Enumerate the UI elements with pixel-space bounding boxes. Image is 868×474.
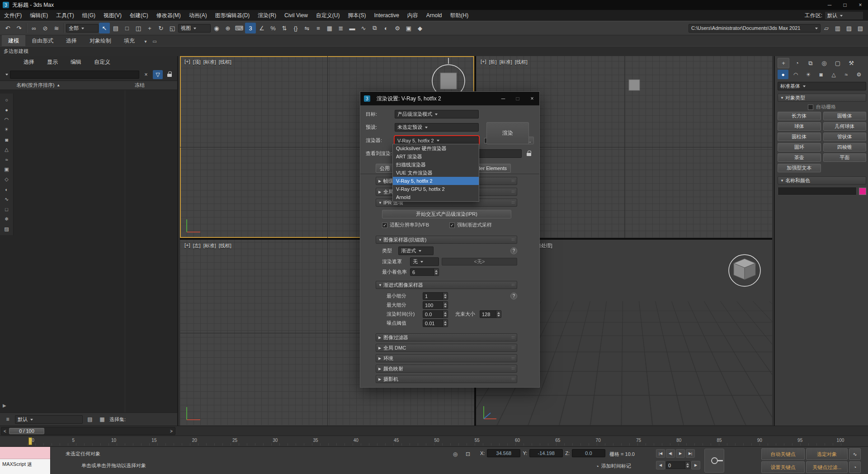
- workspace-dropdown[interactable]: 默认: [825, 11, 863, 20]
- noise-threshold-spinner[interactable]: 0.01: [423, 319, 448, 327]
- utilities-tab-icon[interactable]: ⚒: [845, 58, 857, 68]
- viewport-label-segment[interactable]: [+]: [184, 59, 190, 66]
- object-type-button[interactable]: 四棱锥: [823, 143, 867, 152]
- ribbon-tab[interactable]: 建模: [2, 35, 25, 46]
- object-type-button[interactable]: 圆锥体: [823, 112, 867, 120]
- frame-tick-label[interactable]: 60: [512, 438, 524, 443]
- angle-snap-icon[interactable]: ∠: [256, 23, 267, 33]
- rollout-grip-icon[interactable]: ∷: [512, 335, 514, 340]
- window-close-button[interactable]: ×: [853, 0, 868, 10]
- explorer-menu-item[interactable]: 选择: [24, 58, 34, 66]
- bind-to-space-warp-icon[interactable]: ≋: [51, 23, 62, 33]
- rollout-grip-icon[interactable]: ∷: [512, 200, 514, 205]
- default-tangent-icon[interactable]: ∿: [849, 448, 861, 460]
- frame-tick-label[interactable]: 5: [67, 438, 79, 443]
- select-and-link-icon[interactable]: ∞: [28, 23, 39, 33]
- lock-view-button[interactable]: [524, 149, 534, 158]
- time-configuration-icon[interactable]: ◔: [849, 461, 861, 473]
- image-sampler-rollout[interactable]: ▼ 图像采样器(抗锯齿) ∷: [376, 236, 517, 244]
- object-type-button[interactable]: 几何球体: [823, 122, 867, 131]
- render-setup-icon[interactable]: ⚙: [392, 23, 403, 33]
- rendered-frame-window-icon[interactable]: ▣: [403, 23, 414, 33]
- menu-item[interactable]: 编辑(E): [26, 10, 52, 21]
- ribbon-panel-label[interactable]: 多边形建模: [4, 48, 28, 55]
- rollout-grip-icon[interactable]: ∷: [512, 283, 514, 287]
- lights-subtab-icon[interactable]: ☀: [803, 70, 814, 79]
- progressive-sampler-rollout[interactable]: ▼ 渐进式图像采样器 ∷: [376, 281, 517, 289]
- fit-resolution-checkbox[interactable]: ✓: [382, 223, 387, 228]
- frame-tick-label[interactable]: 75: [632, 438, 644, 443]
- set-key-mode-button[interactable]: 设置关键点: [761, 461, 805, 473]
- viewport-label-segment[interactable]: [线框]: [219, 59, 231, 66]
- dialog-close-button[interactable]: ×: [525, 92, 539, 105]
- redo-icon[interactable]: ↷: [14, 23, 24, 33]
- explorer-menu-item[interactable]: 自定义: [94, 58, 110, 66]
- rollout-grip-icon[interactable]: ∷: [512, 377, 514, 381]
- menu-item[interactable]: 渲染(R): [254, 10, 280, 21]
- spinner-arrows-icon[interactable]: [443, 293, 448, 299]
- ribbon-tab[interactable]: 选择: [60, 36, 83, 46]
- select-and-manipulate-icon[interactable]: ⊕: [222, 23, 233, 33]
- frame-tick-label[interactable]: 20: [189, 438, 200, 443]
- min-shading-rate-spinner[interactable]: 6: [410, 268, 439, 276]
- render-mask-value-field[interactable]: <无>: [442, 258, 517, 265]
- menu-item[interactable]: 修改器(M): [152, 10, 185, 21]
- frame-tick-label[interactable]: 50: [431, 438, 443, 443]
- frame-tick-label[interactable]: 0: [27, 438, 39, 443]
- select-and-rotate-icon[interactable]: ↻: [156, 23, 166, 33]
- window-minimize-button[interactable]: ─: [822, 0, 837, 10]
- rollout-grip-icon[interactable]: ∷: [512, 190, 514, 194]
- viewport-label-segment[interactable]: [+]: [481, 59, 486, 66]
- scene-object-perspective[interactable]: [719, 245, 772, 296]
- auto-key-button[interactable]: 自动关键点: [761, 448, 805, 460]
- menu-item[interactable]: Arnold: [422, 10, 446, 21]
- frame-tick-label[interactable]: 100: [835, 438, 846, 443]
- display-tab-icon[interactable]: ▢: [832, 58, 844, 68]
- preset-dropdown[interactable]: 未选定预设: [395, 123, 479, 132]
- menu-item[interactable]: 内容: [403, 10, 422, 21]
- explorer-list-area[interactable]: ○●◠☀◙△≈▣◇◐∿□❄▨ ▶: [0, 90, 177, 412]
- viewport-label-segment[interactable]: [线框]: [515, 59, 528, 66]
- curve-editor-icon[interactable]: ∿: [358, 23, 369, 33]
- undo-icon[interactable]: ↶: [2, 23, 13, 33]
- select-and-move-icon[interactable]: +: [144, 23, 155, 33]
- window-maximize-button[interactable]: □: [837, 0, 853, 10]
- display-lights-icon[interactable]: ☀: [2, 125, 12, 134]
- frame-tick-label[interactable]: 95: [794, 438, 806, 443]
- next-key-button[interactable]: ▶: [691, 461, 700, 469]
- menu-item[interactable]: 帮助(H): [446, 10, 473, 21]
- go-to-start-button[interactable]: |◀: [656, 449, 665, 458]
- schematic-view-icon[interactable]: ⧉: [369, 23, 380, 33]
- frame-tick-label[interactable]: 15: [148, 438, 160, 443]
- play-animation-button[interactable]: ▶: [676, 449, 685, 458]
- geometry-subtab-icon[interactable]: ●: [778, 70, 788, 79]
- geometry-category-dropdown[interactable]: 标准基体: [778, 82, 866, 90]
- render-time-spinner[interactable]: 0.0: [423, 310, 448, 318]
- box-object[interactable]: [629, 80, 640, 90]
- display-helpers-icon[interactable]: △: [2, 145, 12, 154]
- selection-set-dropdown[interactable]: 默认: [15, 415, 83, 424]
- object-color-swatch[interactable]: [859, 188, 866, 195]
- filter-icon[interactable]: ▽: [153, 70, 163, 79]
- name-and-color-rollout[interactable]: ▼ 名称和颜色: [778, 176, 866, 185]
- maxscript-macro-line[interactable]: [0, 447, 50, 459]
- min-subdivs-spinner[interactable]: 1: [423, 292, 448, 300]
- next-frame-arrow[interactable]: >: [168, 428, 175, 434]
- menu-item[interactable]: 自定义(U): [312, 10, 344, 21]
- object-type-button[interactable]: 圆柱体: [778, 133, 821, 141]
- viewport-label-segment[interactable]: [+]: [184, 242, 190, 249]
- frame-tick-label[interactable]: 30: [269, 438, 281, 443]
- menu-item[interactable]: Interactive: [370, 10, 403, 21]
- mirror-icon[interactable]: ⇋: [302, 23, 312, 33]
- material-editor-icon[interactable]: ◐: [381, 23, 392, 33]
- max-subdivs-spinner[interactable]: 100: [423, 301, 448, 309]
- display-frozen-icon[interactable]: ❄: [2, 215, 12, 223]
- collapsed-rollout[interactable]: ▶ 环境 ∷: [376, 354, 517, 362]
- systems-subtab-icon[interactable]: ⚙: [854, 70, 864, 79]
- ray-bundle-spinner[interactable]: 128: [480, 310, 501, 318]
- shapes-subtab-icon[interactable]: ◠: [790, 70, 801, 79]
- percent-snap-icon[interactable]: %: [268, 23, 278, 33]
- column-header-frozen[interactable]: 冻结: [135, 82, 145, 89]
- collapsed-rollout[interactable]: ▶ 颜色映射 ∷: [376, 365, 517, 373]
- go-to-end-button[interactable]: ▶|: [686, 449, 695, 458]
